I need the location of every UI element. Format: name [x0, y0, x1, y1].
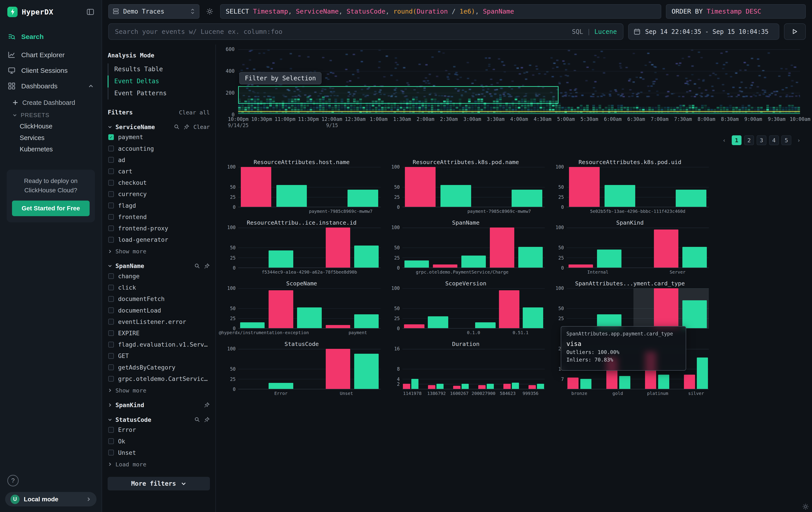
- heatmap-canvas[interactable]: [238, 49, 800, 114]
- sidebar-preset-services[interactable]: Services: [0, 132, 102, 143]
- chart-plot[interactable]: [402, 227, 545, 268]
- get-started-button[interactable]: Get Started for Free: [12, 200, 90, 216]
- checkbox[interactable]: [108, 145, 114, 152]
- chart-plot[interactable]: [402, 349, 545, 389]
- create-dashboard-button[interactable]: Create Dashboard: [0, 96, 102, 110]
- chart-plot[interactable]: [567, 288, 709, 329]
- filter-option-Error[interactable]: Error: [108, 425, 210, 434]
- filter-option-click[interactable]: click: [108, 283, 210, 292]
- pagination-page-2[interactable]: 2: [744, 135, 754, 145]
- chart-plot[interactable]: [402, 167, 545, 208]
- checkbox[interactable]: ✓: [108, 134, 114, 140]
- filter-option-Unset[interactable]: Unset: [108, 448, 210, 457]
- checkbox[interactable]: [108, 353, 114, 359]
- run-query-button[interactable]: [784, 23, 806, 40]
- search-icon[interactable]: [174, 124, 180, 130]
- sidebar-item-dashboards[interactable]: Dashboards: [0, 78, 102, 94]
- show-more-button[interactable]: Show more: [108, 387, 210, 394]
- date-range-picker[interactable]: Sep 14 22:04:35 - Sep 15 10:04:35: [628, 23, 779, 40]
- pagination-page-3[interactable]: 3: [757, 135, 766, 145]
- chart-plot[interactable]: [238, 227, 380, 268]
- filter-option-eventListenererror[interactable]: eventListener.error: [108, 317, 210, 326]
- filter-option-change[interactable]: change: [108, 271, 210, 281]
- filter-option-flagdevaluationv1Serv[interactable]: flagd.evaluation.v1.Serv…: [108, 340, 210, 349]
- chart-plot[interactable]: [238, 349, 380, 389]
- sidebar-item-chart-explorer[interactable]: Chart Explorer: [0, 47, 102, 63]
- sidebar-collapse-icon[interactable]: [86, 8, 94, 16]
- chart-plot[interactable]: [238, 288, 380, 329]
- mode-results-table[interactable]: Results Table: [108, 63, 210, 76]
- pin-icon[interactable]: [184, 124, 190, 130]
- chevron-down-icon[interactable]: [108, 125, 112, 129]
- pagination-page-5[interactable]: 5: [781, 135, 791, 145]
- checkbox[interactable]: [108, 203, 114, 208]
- orderby-editor[interactable]: ORDER BY Timestamp DESC: [666, 4, 806, 19]
- pagination-page-4[interactable]: 4: [769, 135, 779, 145]
- sidebar-item-search[interactable]: Search: [0, 29, 102, 45]
- filter-option-frontend[interactable]: frontend: [108, 212, 210, 221]
- show-more-button[interactable]: Load more: [108, 461, 210, 468]
- chart-plot[interactable]: [238, 167, 380, 208]
- chart-plot[interactable]: [567, 167, 709, 208]
- lucene-toggle[interactable]: Lucene: [594, 28, 617, 35]
- sidebar-preset-clickhouse[interactable]: ClickHouse: [0, 120, 102, 132]
- mode-event-patterns[interactable]: Event Patterns: [108, 87, 210, 100]
- checkbox[interactable]: [108, 214, 114, 220]
- pagination-prev[interactable]: ‹: [719, 135, 729, 145]
- settings-gear-icon[interactable]: [802, 503, 809, 510]
- checkbox[interactable]: [108, 427, 114, 433]
- checkbox[interactable]: [108, 157, 114, 163]
- checkbox[interactable]: [108, 365, 114, 370]
- filter-option-GET[interactable]: GET: [108, 351, 210, 360]
- mode-event-deltas[interactable]: Event Deltas: [108, 76, 210, 87]
- chart-plot[interactable]: [402, 288, 545, 329]
- sql-toggle[interactable]: SQL: [572, 28, 583, 35]
- filter-option-checkout[interactable]: checkout: [108, 178, 210, 187]
- heatmap-selection-box[interactable]: [238, 86, 558, 104]
- pagination-page-1[interactable]: 1: [732, 135, 742, 145]
- checkbox[interactable]: [108, 376, 114, 382]
- checkbox[interactable]: [108, 450, 114, 455]
- chevron-down-icon[interactable]: [108, 417, 112, 422]
- local-mode-button[interactable]: U Local mode: [5, 492, 96, 507]
- chevron-down-icon[interactable]: [108, 264, 112, 268]
- filter-option-flagd[interactable]: flagd: [108, 201, 210, 210]
- filter-option-getAdsByCategory[interactable]: getAdsByCategory: [108, 362, 210, 372]
- filter-option-cart[interactable]: cart: [108, 167, 210, 176]
- sidebar-preset-kubernetes[interactable]: Kubernetes: [0, 143, 102, 155]
- checkbox[interactable]: [108, 307, 114, 313]
- search-icon[interactable]: [194, 263, 200, 269]
- checkbox[interactable]: [108, 319, 114, 325]
- filter-option-Ok[interactable]: Ok: [108, 436, 210, 446]
- pin-icon[interactable]: [204, 263, 210, 269]
- checkbox[interactable]: [108, 225, 114, 231]
- filter-option-payment[interactable]: ✓payment: [108, 132, 210, 142]
- checkbox[interactable]: [108, 330, 114, 336]
- events-heatmap[interactable]: 6004002000 Filter by Selection: [238, 49, 800, 114]
- filter-option-ad[interactable]: ad: [108, 155, 210, 164]
- pin-icon[interactable]: [204, 417, 210, 423]
- pagination-next[interactable]: ›: [794, 135, 804, 145]
- filter-option-accounting[interactable]: accounting: [108, 144, 210, 153]
- search-icon[interactable]: [194, 417, 200, 423]
- source-settings-gear-icon[interactable]: [204, 4, 215, 19]
- filter-clear-button[interactable]: Clear: [194, 124, 210, 130]
- filter-by-selection-button[interactable]: Filter by Selection: [239, 72, 321, 85]
- help-button[interactable]: ?: [7, 475, 19, 486]
- filter-option-documentLoad[interactable]: documentLoad: [108, 306, 210, 315]
- filter-option-currency[interactable]: currency: [108, 189, 210, 199]
- checkbox[interactable]: [108, 285, 114, 291]
- checkbox[interactable]: [108, 191, 114, 197]
- source-select[interactable]: Demo Traces: [108, 4, 199, 19]
- show-more-button[interactable]: Show more: [108, 248, 210, 255]
- filter-option-EXPIRE[interactable]: EXPIRE: [108, 329, 210, 338]
- checkbox[interactable]: [108, 180, 114, 186]
- pin-icon[interactable]: [204, 402, 210, 408]
- search-input[interactable]: [115, 28, 567, 35]
- checkbox[interactable]: [108, 237, 114, 243]
- query-editor[interactable]: SELECT Timestamp, ServiceName, StatusCod…: [220, 4, 661, 19]
- checkbox[interactable]: [108, 296, 114, 302]
- checkbox[interactable]: [108, 438, 114, 444]
- checkbox[interactable]: [108, 273, 114, 279]
- chart-plot[interactable]: [567, 227, 709, 268]
